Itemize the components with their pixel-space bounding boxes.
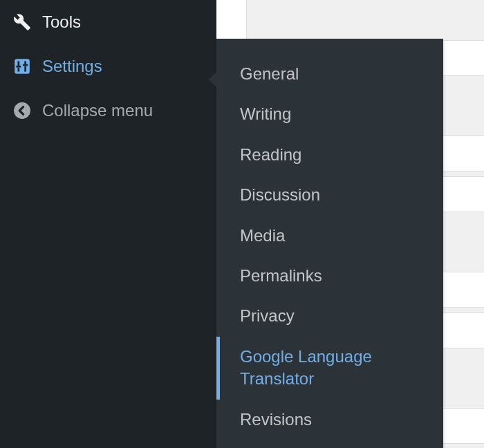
submenu-item-writing[interactable]: Writing (216, 94, 443, 134)
submenu-item-permalinks[interactable]: Permalinks (216, 256, 443, 296)
submenu-item-label: Reading (240, 145, 301, 164)
svg-rect-1 (18, 61, 20, 66)
submenu-item-label: Google Language Translator (240, 347, 372, 388)
submenu-item-reading[interactable]: Reading (216, 135, 443, 175)
submenu-item-label: Writing (240, 104, 291, 123)
settings-submenu: General Writing Reading Discussion Media… (216, 39, 443, 448)
svg-rect-5 (24, 66, 26, 72)
sidebar-item-label: Settings (42, 57, 102, 76)
submenu-item-media[interactable]: Media (216, 216, 443, 256)
svg-rect-2 (18, 68, 20, 71)
sidebar-item-label: Tools (42, 12, 81, 32)
svg-rect-3 (16, 66, 21, 68)
submenu-item-discussion[interactable]: Discussion (216, 175, 443, 215)
submenu-item-revisions[interactable]: Revisions (216, 400, 443, 440)
collapse-icon (12, 101, 32, 120)
submenu-item-privacy[interactable]: Privacy (216, 296, 443, 336)
submenu-item-label: Privacy (240, 306, 295, 325)
sidebar-item-settings[interactable]: Settings (0, 44, 216, 88)
wrench-icon (12, 12, 32, 32)
sidebar-item-tools[interactable]: Tools (0, 0, 216, 44)
sliders-icon (12, 57, 32, 76)
submenu-item-label: Permalinks (240, 266, 322, 285)
svg-point-7 (14, 102, 30, 119)
submenu-item-label: Media (240, 226, 285, 245)
submenu-item-google-language-translator[interactable]: Google Language Translator (216, 337, 443, 400)
svg-rect-6 (23, 64, 28, 66)
sidebar-item-collapse[interactable]: Collapse menu (0, 88, 216, 133)
submenu-item-label: Discussion (240, 185, 320, 204)
submenu-item-label: Revisions (240, 410, 312, 429)
submenu-item-label: General (240, 64, 299, 83)
submenu-item-general[interactable]: General (216, 54, 443, 94)
submenu-arrow (209, 72, 216, 87)
admin-sidebar: Tools Settings Collapse menu (0, 0, 216, 448)
sidebar-item-label: Collapse menu (42, 101, 153, 120)
